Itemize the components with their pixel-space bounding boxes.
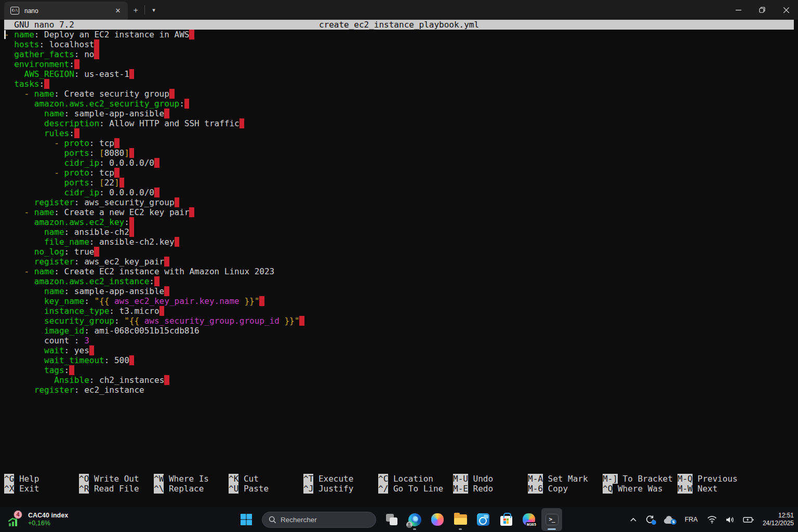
trailing-whitespace-marker [129, 148, 135, 158]
tray-overflow-button[interactable] [627, 515, 640, 524]
shortcut-key: ^J [303, 484, 313, 494]
nano-shortcut: ^X Exit [4, 484, 79, 494]
shortcut-key: ^U [229, 484, 238, 494]
shortcut-label: Justify [313, 484, 353, 494]
tab-dropdown-button[interactable]: ▾ [146, 0, 162, 20]
battery-button[interactable] [740, 514, 756, 525]
file-explorer-icon [454, 514, 467, 525]
clock[interactable]: 12:51 24/12/2025 [760, 512, 794, 527]
shortcut-label: Set Mark [543, 474, 588, 484]
trailing-whitespace-marker [164, 375, 169, 385]
trailing-whitespace-marker [129, 69, 135, 79]
code-line: register: aws_security_group [4, 197, 798, 207]
language-indicator[interactable]: FRA [681, 514, 701, 525]
nano-shortcut: M-6 Copy [528, 484, 603, 494]
nano-shortcut: M-Q Previous [677, 474, 752, 484]
running-indicator [459, 528, 462, 530]
sync-status-button[interactable] [643, 513, 658, 526]
search-input[interactable] [281, 516, 364, 524]
shortcut-key: M-A [528, 474, 543, 484]
terminal-tab[interactable]: C:\ nano ✕ [4, 2, 128, 20]
shortcut-label: Write Out [89, 474, 139, 484]
microsoft-store-button[interactable] [496, 508, 516, 531]
trailing-whitespace-marker [299, 316, 304, 326]
task-view-button[interactable] [381, 508, 402, 531]
trailing-whitespace-marker [114, 138, 119, 148]
edge-button[interactable] [404, 508, 425, 531]
outlook-button[interactable] [473, 508, 494, 531]
code-line: AWS_REGION: us-east-1 [4, 69, 798, 79]
widget-badge: 4 [14, 510, 22, 519]
microsoft-store-icon [500, 516, 512, 526]
shortcut-label: To Bracket [618, 474, 673, 484]
code-line: - proto: tcp [4, 138, 798, 148]
trailing-whitespace-marker [154, 276, 159, 286]
widget-stock-change: +0,16% [28, 520, 68, 527]
shortcut-key: ^C [378, 474, 388, 484]
nano-shortcut: ^W Where Is [154, 474, 229, 484]
trailing-whitespace-marker [74, 59, 79, 69]
widget-title: CAC40 index [28, 512, 68, 520]
editor-content[interactable]: - name: Deploy an EC2 instance in AWS ho… [0, 30, 798, 474]
close-button[interactable] [774, 0, 798, 20]
nano-shortcut: ^O Write Out [79, 474, 154, 484]
shortcut-key: ^\ [154, 484, 164, 494]
trailing-whitespace-marker [154, 158, 159, 168]
windows-logo-icon [240, 513, 252, 526]
nano-shortcut: ^J Justify [303, 484, 378, 494]
nano-shortcut: ^T Execute [303, 474, 378, 484]
shortcut-label: Exit [14, 484, 39, 494]
shortcut-label: Help [14, 474, 39, 484]
trailing-whitespace-marker [164, 257, 169, 267]
code-line: hosts: localhost [4, 39, 798, 49]
code-line: no_log: true [4, 247, 798, 257]
m365-copilot-icon: M365 [523, 513, 535, 526]
chevron-up-icon [630, 517, 637, 522]
terminal-button[interactable]: >_ [541, 508, 562, 531]
new-tab-button[interactable]: ＋ [128, 0, 143, 20]
shortcut-label: Redo [468, 484, 493, 494]
volume-icon [725, 516, 735, 524]
trailing-whitespace-marker [89, 345, 95, 355]
start-button[interactable] [236, 508, 257, 531]
shortcut-label: Where Is [164, 474, 209, 484]
shortcut-key: ^O [79, 474, 89, 484]
command-prompt-icon: C:\ [10, 7, 19, 15]
profile-avatar [406, 522, 413, 528]
tab-close-icon[interactable]: ✕ [113, 6, 123, 16]
code-line: name: sample-app-ansible [4, 286, 798, 296]
trailing-whitespace-marker [129, 227, 135, 237]
trailing-whitespace-marker [94, 247, 99, 257]
code-line: cidr_ip: 0.0.0.0/0 [4, 158, 798, 168]
volume-button[interactable] [723, 514, 737, 526]
code-line: ports: [22] [4, 178, 798, 188]
file-explorer-button[interactable] [450, 508, 471, 531]
shortcut-label: Execute [313, 474, 353, 484]
sync-icon [645, 515, 656, 524]
nano-shortcut: ^U Paste [229, 484, 303, 494]
shortcut-key: ^K [229, 474, 238, 484]
shortcut-key: M-Q [677, 474, 693, 484]
shortcut-label: Next [693, 484, 717, 494]
shortcut-label: Location [388, 474, 433, 484]
shortcut-label: Undo [468, 474, 493, 484]
code-line: ports: [8080] [4, 148, 798, 158]
trailing-whitespace-marker [240, 118, 245, 128]
wifi-button[interactable] [704, 514, 720, 526]
code-line: Ansible: ch2_instances [4, 375, 798, 385]
code-line: file_name: ansible-ch2.key [4, 237, 798, 247]
minimize-button[interactable] [726, 0, 750, 20]
m365-label: M365 [526, 522, 537, 527]
onedrive-button[interactable]: ⇅ [661, 514, 678, 526]
code-line: name: ansible-ch2 [4, 227, 798, 237]
window-controls [726, 0, 798, 20]
widgets-button[interactable]: 4 CAC40 index +0,16% [5, 509, 71, 530]
trailing-whitespace-marker [189, 207, 194, 217]
restore-button[interactable] [750, 0, 774, 20]
code-line: - name: Create security group [4, 89, 798, 99]
shortcut-key: M-U [453, 474, 468, 484]
m365-copilot-button[interactable]: M365 [518, 508, 539, 531]
search-box[interactable] [262, 512, 376, 528]
copilot-button[interactable] [427, 508, 448, 531]
code-line: tags: [4, 365, 798, 375]
